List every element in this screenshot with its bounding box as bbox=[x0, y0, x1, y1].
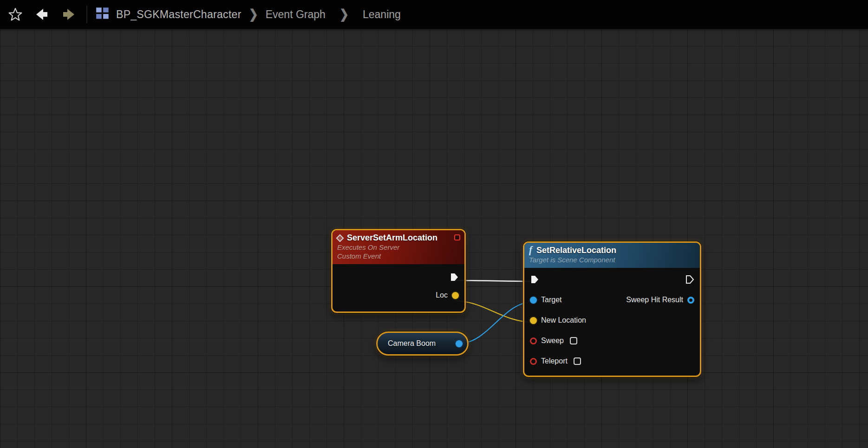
function-icon: f bbox=[529, 245, 532, 255]
sweep-hit-result-output-pin[interactable]: Sweep Hit Result bbox=[626, 296, 694, 304]
new-location-input-pin[interactable]: New Location bbox=[530, 316, 586, 325]
sweep-hit-result-label: Sweep Hit Result bbox=[626, 296, 683, 304]
function-exec-input-pin[interactable] bbox=[530, 275, 539, 284]
teleport-label: Teleport bbox=[541, 357, 568, 365]
loc-pin-label: Loc bbox=[436, 291, 448, 299]
breadcrumb-subgraph[interactable]: Leaning bbox=[363, 8, 401, 21]
toolbar-separator bbox=[86, 6, 87, 23]
blueprint-graph-canvas[interactable]: ServerSetArmLocation Executes On Server … bbox=[0, 29, 868, 448]
forward-button[interactable] bbox=[59, 7, 79, 21]
breadcrumb-chevron-icon: ❯ bbox=[339, 7, 349, 22]
function-exec-output-pin[interactable] bbox=[685, 275, 694, 284]
vector-pin-icon bbox=[452, 292, 459, 299]
bool-pin-icon bbox=[530, 358, 537, 365]
event-node-header[interactable]: ServerSetArmLocation Executes On Server … bbox=[333, 230, 464, 264]
breadcrumb-event-graph[interactable]: Event Graph bbox=[266, 8, 326, 21]
breadcrumb-blueprint-name[interactable]: BP_SGKMasterCharacter bbox=[116, 8, 241, 21]
event-node-subtitle-2: Custom Event bbox=[337, 252, 460, 260]
teleport-checkbox[interactable] bbox=[574, 357, 581, 365]
bool-pin-icon bbox=[530, 338, 537, 344]
event-node-subtitle-1: Executes On Server bbox=[337, 243, 460, 252]
target-input-pin[interactable]: Target bbox=[530, 296, 561, 304]
breadcrumb-bar: BP_SGKMasterCharacter ❯ Event Graph ❯ Le… bbox=[0, 0, 868, 29]
sweep-label: Sweep bbox=[541, 337, 564, 345]
breadcrumb-chevron-icon: ❯ bbox=[249, 7, 258, 22]
favorite-star-icon[interactable] bbox=[6, 7, 25, 21]
object-pin-icon[interactable] bbox=[456, 340, 463, 347]
new-location-label: New Location bbox=[541, 316, 586, 325]
exec-pin-outline-icon bbox=[685, 275, 694, 284]
sweep-checkbox[interactable] bbox=[570, 337, 577, 344]
event-node-title: ServerSetArmLocation bbox=[347, 233, 437, 243]
blueprint-class-icon bbox=[96, 7, 110, 22]
node-set-relative-location[interactable]: f SetRelativeLocation Target is Scene Co… bbox=[523, 241, 701, 377]
vector-pin-icon bbox=[530, 317, 537, 324]
camera-boom-label: Camera Boom bbox=[388, 339, 436, 348]
event-exec-output-pin[interactable] bbox=[450, 273, 459, 282]
node-server-set-arm-location[interactable]: ServerSetArmLocation Executes On Server … bbox=[331, 229, 466, 313]
event-loc-output-pin[interactable]: Loc bbox=[436, 291, 459, 299]
node-camera-boom-variable[interactable]: Camera Boom bbox=[376, 331, 469, 356]
struct-pin-icon bbox=[687, 297, 694, 304]
exec-pin-icon bbox=[450, 273, 459, 282]
replicated-event-badge-icon bbox=[454, 234, 460, 240]
function-node-title: SetRelativeLocation bbox=[536, 246, 616, 255]
cameraboom-to-target-wire[interactable] bbox=[459, 302, 533, 344]
object-pin-icon bbox=[530, 297, 537, 304]
function-node-header[interactable]: f SetRelativeLocation Target is Scene Co… bbox=[524, 243, 700, 268]
back-button[interactable] bbox=[32, 7, 52, 21]
target-pin-label: Target bbox=[541, 296, 561, 304]
teleport-input-pin[interactable]: Teleport bbox=[530, 357, 581, 365]
function-node-subtitle: Target is Scene Component bbox=[529, 255, 695, 264]
sweep-input-pin[interactable]: Sweep bbox=[530, 337, 577, 345]
exec-pin-icon bbox=[530, 275, 539, 284]
custom-event-icon bbox=[336, 234, 344, 242]
